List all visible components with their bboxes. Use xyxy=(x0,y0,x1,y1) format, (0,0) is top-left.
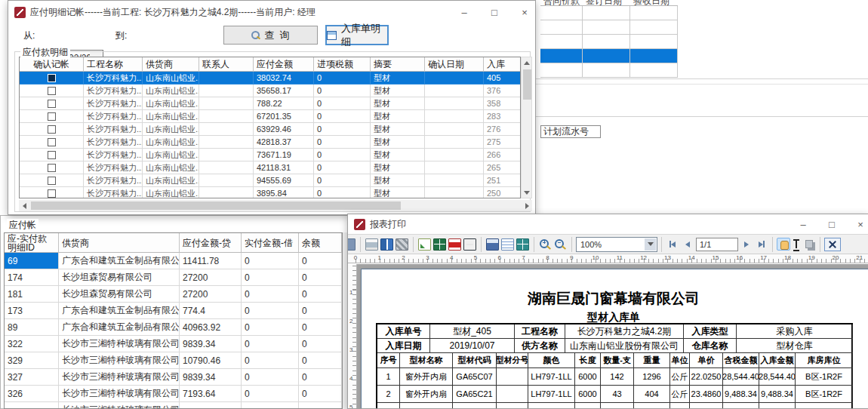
column-header[interactable]: 应付金额-贷 xyxy=(180,233,242,253)
print-icon[interactable] xyxy=(365,238,378,251)
table-row[interactable]: 长沙万科魅力...山东南山铝业...73671.190型材266 xyxy=(20,149,520,161)
checkbox-cell[interactable] xyxy=(20,149,84,161)
table-row[interactable]: 89广东合和建筑五金制品有限公司40963.9200 xyxy=(5,319,342,336)
report-print-titlebar[interactable]: 报表打印 – □ × xyxy=(348,214,868,234)
scroll-right-icon[interactable] xyxy=(522,201,532,211)
table-row[interactable]: 长沙万科魅力...山东南山铝业...42818.370型材275 xyxy=(20,136,520,149)
hand-tool-icon[interactable] xyxy=(777,238,790,251)
table-cell[interactable]: 长沙市三湘特种玻璃有限公司 xyxy=(59,336,180,352)
checkbox-cell[interactable] xyxy=(20,123,84,136)
export-mail-icon[interactable] xyxy=(463,238,476,251)
table-cell[interactable] xyxy=(299,402,342,409)
text-select-tool-icon[interactable] xyxy=(792,238,802,251)
table-cell[interactable]: 9839.34 xyxy=(180,336,242,352)
confirm-checkbox[interactable] xyxy=(48,112,56,121)
table-row[interactable]: 长沙万科魅力...山东南山铝业...67201.350型材283 xyxy=(20,110,520,123)
table-cell[interactable]: 174 xyxy=(5,269,59,286)
table-row[interactable]: 327长沙市三湘特种玻璃有限公司9839.3400 xyxy=(5,369,342,386)
w1-horizontal-scrollbar[interactable] xyxy=(19,200,532,211)
table-cell[interactable]: 0 xyxy=(242,319,299,336)
table-row[interactable]: 长沙万科魅力...山东南山铝业...38032.740型材405 xyxy=(20,72,520,85)
table-cell[interactable]: 9839.34 xyxy=(180,369,242,386)
query-button[interactable]: 查 询 xyxy=(223,26,318,45)
column-header[interactable]: 进项税额 xyxy=(314,57,371,72)
preview-icon[interactable] xyxy=(348,238,356,251)
table-cell[interactable]: 774.4 xyxy=(180,303,242,319)
table-cell[interactable]: 69 xyxy=(5,253,59,269)
column-header[interactable]: 供货商 xyxy=(143,57,199,72)
column-header[interactable]: 工程名称 xyxy=(84,57,143,72)
column-header[interactable]: 余额 xyxy=(299,233,342,253)
chevron-down-icon[interactable] xyxy=(645,238,656,251)
table-cell[interactable]: 27200 xyxy=(180,269,242,286)
table-cell[interactable]: 0 xyxy=(299,286,342,303)
table-cell[interactable]: 0 xyxy=(299,386,342,402)
checkbox-cell[interactable] xyxy=(20,174,84,187)
confirm-checkbox[interactable] xyxy=(48,189,56,198)
table-cell[interactable]: 广东合和建筑五金制品有限公司 xyxy=(59,303,180,319)
prev-page-icon[interactable] xyxy=(681,238,694,251)
table-row[interactable]: 长沙市三湘特种玻璃有限公司 xyxy=(5,402,342,409)
table-row[interactable]: 长沙万科魅力...山东南山铝业...94555.690型材251 xyxy=(20,174,520,187)
table-cell[interactable]: 322 xyxy=(5,336,59,352)
checkbox-cell[interactable] xyxy=(20,161,84,174)
maximize-icon[interactable]: □ xyxy=(488,7,500,18)
checkbox-cell[interactable] xyxy=(20,187,84,198)
table-cell[interactable]: 0 xyxy=(299,369,342,386)
close-preview-icon[interactable] xyxy=(824,238,841,251)
zoom-in-icon[interactable] xyxy=(539,238,552,251)
table-cell[interactable]: 广东合和建筑五金制品有限公司 xyxy=(59,253,180,269)
column-header[interactable]: 应-实付款明细ID xyxy=(5,233,59,253)
table-cell[interactable]: 10790.46 xyxy=(180,352,242,369)
table-cell[interactable]: 40963.92 xyxy=(180,319,242,336)
table-cell[interactable]: 0 xyxy=(242,253,299,269)
table-cell[interactable]: 0 xyxy=(299,336,342,352)
table-cell[interactable]: 长沙市三湘特种玻璃有限公司 xyxy=(59,352,180,369)
column-header[interactable]: 确认日期 xyxy=(425,57,484,72)
table-row[interactable]: 长沙万科魅力...山东南山铝业...3895.840型材250 xyxy=(20,187,520,198)
payable-detail-titlebar[interactable]: 应付明细记帐------当前工程: 长沙万科魅力之城4.2期------当前用户… xyxy=(8,1,535,23)
table-row[interactable]: 174长沙坦森贸易有限公司2720000 xyxy=(5,269,342,286)
scroll-thumb[interactable] xyxy=(31,201,401,210)
next-page-icon[interactable] xyxy=(740,238,753,251)
book-icon[interactable] xyxy=(380,238,393,251)
table-cell[interactable]: 长沙市三湘特种玻璃有限公司 xyxy=(59,402,180,409)
table-row[interactable]: 181长沙坦森贸易有限公司2720000 xyxy=(5,286,342,303)
confirm-checkbox[interactable] xyxy=(48,74,56,82)
column-header[interactable]: 确认记帐 xyxy=(20,57,84,72)
table-cell[interactable]: 327 xyxy=(5,369,59,386)
confirm-checkbox[interactable] xyxy=(48,100,56,108)
table-row[interactable]: 322长沙市三湘特种玻璃有限公司9839.3400 xyxy=(5,336,342,352)
table-cell[interactable]: 长沙坦森贸易有限公司 xyxy=(59,286,180,303)
table-cell[interactable]: 0 xyxy=(242,269,299,286)
zoom-out-icon[interactable] xyxy=(554,238,567,251)
table-cell[interactable]: 0 xyxy=(242,369,299,386)
table-row[interactable]: 长沙万科魅力...山东南山铝业...788.220型材358 xyxy=(20,97,520,110)
table-cell[interactable]: 181 xyxy=(5,286,59,303)
preview-area[interactable]: 12345 湖南巨晟门窗幕墙有限公司 型材入库单 入库单号型材_405工程名称长… xyxy=(348,264,868,408)
table-cell[interactable]: 0 xyxy=(299,303,342,319)
export-excel-icon[interactable] xyxy=(433,238,446,251)
confirm-checkbox[interactable] xyxy=(48,164,56,172)
table-cell[interactable]: 11411.78 xyxy=(180,253,242,269)
table-cell[interactable] xyxy=(242,402,299,409)
close-icon[interactable]: × xyxy=(854,219,866,230)
table-cell[interactable]: 329 xyxy=(5,352,59,369)
checkbox-cell[interactable] xyxy=(20,97,84,110)
checkbox-cell[interactable] xyxy=(20,85,84,97)
column-header[interactable]: 应付金额 xyxy=(254,57,314,72)
scroll-down-icon[interactable] xyxy=(522,187,532,198)
table-row[interactable]: 329长沙市三湘特种玻璃有限公司10790.4600 xyxy=(5,352,342,369)
maximize-icon[interactable]: □ xyxy=(826,219,838,230)
last-page-icon[interactable] xyxy=(755,238,768,251)
save-icon[interactable] xyxy=(486,238,499,251)
table-cell[interactable]: 广东合和建筑五金制品有限公司 xyxy=(59,319,180,336)
table-cell[interactable]: 0 xyxy=(299,352,342,369)
table-cell[interactable] xyxy=(180,402,242,409)
confirm-checkbox[interactable] xyxy=(48,125,56,134)
checkbox-cell[interactable] xyxy=(20,136,84,149)
table-cell[interactable]: 7193.64 xyxy=(180,386,242,402)
table-cell[interactable]: 0 xyxy=(299,253,342,269)
table-cell[interactable]: 0 xyxy=(299,269,342,286)
minimize-icon[interactable]: – xyxy=(458,7,470,18)
